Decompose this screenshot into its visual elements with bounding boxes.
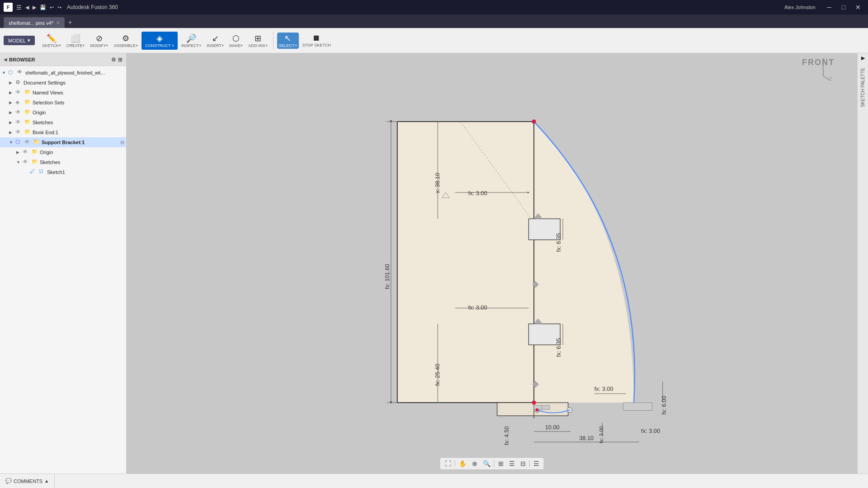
tree-named-views[interactable]: ▶ 👁 📁 Named Views [0,88,126,98]
tree-sb-sketches[interactable]: ▼ 👁 📁 Sketches [0,157,126,167]
support-bracket-active-icon: ⊙ [120,140,124,145]
sb-sketches-arrow: ▼ [16,160,22,164]
modify-group[interactable]: ⊘ MODIFY ▾ [88,33,110,49]
create-icon: ⬜ [71,33,80,43]
nav-back[interactable]: ◀ [25,5,29,10]
tree-support-bracket[interactable]: ▼ ⬡ 👁 📁 Support Bracket:1 ⊙ [0,137,126,147]
tree-root[interactable]: ▼ ⬡ 👁 shelfomatic_all_plywood_finished_w… [0,68,126,78]
tree-book-end[interactable]: ▶ 👁 📁 Book End:1 [0,127,126,137]
create-label: CREATE ▾ [66,43,85,48]
selection-sets-arrow: ▶ [9,100,14,105]
tab-active[interactable]: shelfomat... pins v4* ✕ [4,17,65,28]
model-chevron: ▾ [28,38,30,43]
foot-area [497,403,568,416]
tab-close-icon[interactable]: ✕ [56,20,60,25]
comments-icon: 💬 [5,478,12,484]
canvas-tool-sep-1 [455,460,455,467]
root-arrow: ▼ [2,70,7,75]
redo-btn[interactable]: ↪ [57,5,61,10]
tree-doc-settings[interactable]: ▶ ⚙ Document Settings [0,78,126,88]
sketch-canvas[interactable]: fx: 101.60 x: 38.10 fx: 25.40 fx: 6.35 f… [127,53,857,474]
sketches-name: Sketches [33,120,124,125]
sb-origin-arrow: ▶ [16,150,22,155]
assemble-icon: ⚙ [122,33,129,43]
assemble-label: ASSEMBLE ▾ [113,43,138,48]
sketch-group[interactable]: ✏️ SKETCH ▾ [40,33,63,49]
dim-pin-offset-2-text: fx: 4.50 [503,426,510,445]
maximize-btn[interactable]: □ [837,3,850,12]
tree-origin[interactable]: ▶ 👁 📁 Origin [0,108,126,117]
canvas-area[interactable]: FRONT Y Z [127,53,857,474]
inspect-group[interactable]: 🔎 INSPECT ▾ [179,33,203,49]
sketches-visibility-icon: 👁 [15,119,23,126]
sketch1-icon: 🖊 [30,169,37,176]
construct-group[interactable]: ◈ CONSTRUCT > [142,32,178,50]
browser-icons: ⚙ ⊞ [111,56,123,63]
minimize-btn[interactable]: ─ [823,3,835,12]
tabbar: shelfomat... pins v4* ✕ + [0,14,868,28]
sketches-folder-icon: 📁 [24,119,32,126]
assemble-group[interactable]: ⚙ ASSEMBLE ▾ [112,33,140,49]
canvas-tool-more[interactable]: ☰ [532,459,541,468]
canvas-tool-display[interactable]: ☰ [507,459,517,468]
titlebar: F ☰ ◀ ▶ 💾 ↩ ↪ Autodesk Fusion 360 Alex J… [0,0,868,14]
dim-gap-right-text: fx: 3.00 [594,385,613,392]
browser-collapse-btn[interactable]: ◀ [4,57,7,62]
model-mode-btn[interactable]: MODEL ▾ [4,36,35,45]
insert-group[interactable]: ↙ INSERT ▾ [205,33,226,49]
canvas-tool-pan[interactable]: ⊕ [470,459,479,468]
origin-arrow: ▶ [9,110,14,115]
browser-settings-icon[interactable]: ⚙ [111,56,116,63]
canvas-tool-appearance[interactable]: ⊟ [519,459,528,468]
canvas-bottom-toolbar: ⛶ ✋ ⊕ 🔍 ⊞ ☰ ⊟ ☰ [440,457,544,470]
addins-group[interactable]: ⊞ ADD-INS ▾ [246,33,269,49]
slot-detail-right [542,405,549,409]
dim-slot-bottom-text: fx: 6.35 [555,338,562,357]
save-btn[interactable]: 💾 [40,5,46,10]
tree-sketches[interactable]: ▶ 👁 📁 Sketches [0,117,126,127]
dim-base-width-text: 38.10 [579,435,594,441]
point-pin-left [535,408,538,412]
support-bracket-name: Support Bracket:1 [42,140,119,145]
select-group[interactable]: ↖ SELECT ▾ [277,33,299,49]
construct-icon: ◈ [156,33,163,43]
create-group[interactable]: ⬜ CREATE ▾ [65,33,87,49]
undo-btn[interactable]: ↩ [50,5,54,10]
app-icon: F [4,3,13,12]
nav-forward[interactable]: ▶ [33,5,36,10]
doc-settings-name: Document Settings [24,80,124,85]
stop-sketch-group[interactable]: ⏹ STOP SKETCH [301,33,333,48]
canvas-tool-sep-3 [529,460,530,467]
palette-collapse-btn[interactable]: ▶ [861,55,865,61]
doc-settings-arrow: ▶ [9,80,14,85]
canvas-tool-grid[interactable]: ⊞ [496,459,505,468]
insert-icon: ↙ [212,33,219,43]
tree-selection-sets[interactable]: ▶ ◈ 📁 Selection Sets [0,98,126,108]
tree-sb-origin[interactable]: ▶ 👁 📁 Origin [0,147,126,157]
stop-sketch-icon: ⏹ [312,33,321,43]
bracket-body-fill [397,122,634,403]
addins-icon: ⊞ [255,33,261,43]
sketches-arrow: ▶ [9,120,14,125]
comments-btn[interactable]: 💬 COMMENTS ▲ [0,474,55,488]
menu-icon[interactable]: ☰ [16,4,22,11]
sketch-palette-panel: ▶ SKETCH PALETTE [857,53,868,474]
browser-expand-icon[interactable]: ⊞ [118,56,123,63]
sketch-label: SKETCH ▾ [42,43,61,48]
canvas-tool-select[interactable]: ⛶ [443,459,453,468]
support-bracket-component-icon: ⬡ [15,139,23,146]
canvas-tool-zoom[interactable]: 🔍 [481,459,492,468]
origin-visibility-icon: 👁 [15,109,23,116]
make-group[interactable]: ⬡ MAKE ▾ [227,33,245,49]
root-name: shelfomatic_all_plywood_finished_without… [25,70,107,75]
sb-origin-name: Origin [40,150,124,155]
tree-sketch1[interactable]: 🖊 ☑ Sketch1 [0,167,126,177]
model-label: MODEL [8,38,26,43]
sketch-palette-tab[interactable]: SKETCH PALETTE [858,64,868,111]
modify-label: MODIFY ▾ [90,43,108,48]
dim-gap-1-text: fx: 3.00 [468,190,487,197]
close-btn[interactable]: ✕ [852,3,864,12]
book-end-name: Book End:1 [33,130,124,135]
new-tab-btn[interactable]: + [65,17,75,28]
canvas-tool-orbit[interactable]: ✋ [457,459,468,468]
